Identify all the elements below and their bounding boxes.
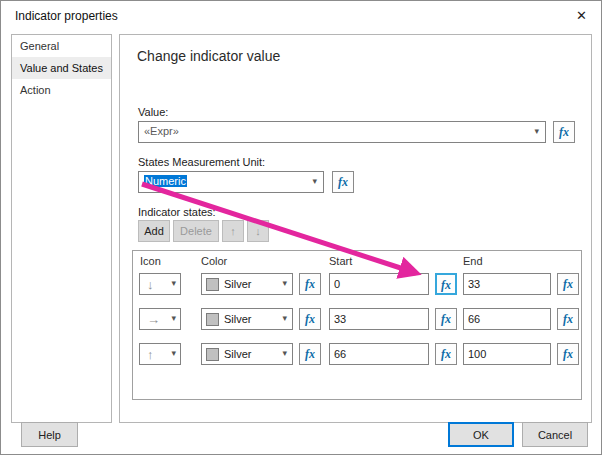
indicator-states-label: Indicator states: — [138, 206, 216, 218]
color-swatch — [206, 278, 219, 291]
fx-icon: fx — [559, 125, 569, 139]
sidebar: General Value and States Action — [11, 34, 112, 423]
column-header-color: Color — [201, 255, 227, 267]
move-up-button[interactable]: ↑ — [222, 220, 244, 242]
icon-dropdown[interactable]: → ▾ — [139, 308, 181, 330]
states-measurement-unit-label: States Measurement Unit: — [138, 156, 265, 168]
sidebar-item-general[interactable]: General — [12, 35, 111, 57]
end-fx-button[interactable]: fx — [557, 343, 579, 365]
help-button[interactable]: Help — [21, 422, 78, 447]
value-fx-button[interactable]: fx — [553, 121, 575, 143]
end-input[interactable] — [463, 308, 551, 330]
color-dropdown[interactable]: Silver ▾ — [201, 343, 293, 365]
color-fx-button[interactable]: fx — [299, 273, 321, 295]
fx-icon: fx — [441, 347, 451, 361]
color-fx-button[interactable]: fx — [299, 308, 321, 330]
color-swatch — [206, 348, 219, 361]
ok-button[interactable]: OK — [448, 422, 514, 447]
chevron-down-icon: ▾ — [282, 313, 287, 323]
unit-fx-button[interactable]: fx — [332, 171, 354, 193]
color-dropdown[interactable]: Silver ▾ — [201, 273, 293, 295]
end-fx-button[interactable]: fx — [557, 273, 579, 295]
close-icon[interactable]: ✕ — [576, 8, 587, 24]
table-row: → ▾ Silver ▾ fx fx fx — [133, 308, 581, 330]
color-fx-button[interactable]: fx — [299, 343, 321, 365]
fx-icon: fx — [441, 312, 451, 326]
indicator-properties-dialog: Indicator properties ✕ General Value and… — [0, 0, 602, 455]
table-row: ↑ ▾ Silver ▾ fx fx fx — [133, 343, 581, 365]
page-title: Change indicator value — [137, 48, 280, 64]
column-header-start: Start — [329, 255, 352, 267]
cancel-button[interactable]: Cancel — [522, 422, 588, 447]
fx-icon: fx — [305, 347, 315, 361]
chevron-down-icon: ▾ — [171, 348, 176, 358]
selected-text: Numeric — [144, 175, 187, 187]
fx-icon: fx — [563, 277, 573, 291]
color-swatch — [206, 313, 219, 326]
start-fx-button[interactable]: fx — [435, 273, 457, 295]
chevron-down-icon: ▾ — [171, 313, 176, 323]
move-down-button[interactable]: ↓ — [247, 220, 269, 242]
color-name: Silver — [224, 348, 252, 360]
up-arrow-icon: ↑ — [147, 347, 154, 362]
value-combobox-text: «Expr» — [144, 125, 179, 137]
value-combobox[interactable]: «Expr» ▾ — [138, 121, 546, 143]
chevron-down-icon: ▾ — [171, 278, 176, 288]
fx-icon: fx — [338, 175, 348, 189]
color-dropdown[interactable]: Silver ▾ — [201, 308, 293, 330]
indicator-states-table: Icon Color Start End ↓ ▾ Silver ▾ fx fx — [132, 250, 582, 400]
start-input[interactable] — [329, 308, 429, 330]
add-button[interactable]: Add — [138, 220, 170, 242]
sidebar-item-action[interactable]: Action — [12, 79, 111, 101]
sidebar-item-value-and-states[interactable]: Value and States — [12, 57, 111, 79]
chevron-down-icon: ▾ — [534, 126, 539, 136]
states-measurement-unit-combobox[interactable]: Numeric ▾ — [138, 171, 324, 193]
fx-icon: fx — [563, 312, 573, 326]
fx-icon: fx — [563, 347, 573, 361]
table-row: ↓ ▾ Silver ▾ fx fx fx — [133, 273, 581, 295]
down-arrow-icon: ↓ — [255, 225, 261, 237]
icon-dropdown[interactable]: ↑ ▾ — [139, 343, 181, 365]
start-input[interactable] — [329, 343, 429, 365]
start-fx-button[interactable]: fx — [435, 343, 457, 365]
delete-button[interactable]: Delete — [173, 220, 219, 242]
column-header-end: End — [463, 255, 483, 267]
color-name: Silver — [224, 278, 252, 290]
fx-icon: fx — [305, 277, 315, 291]
chevron-down-icon: ▾ — [312, 176, 317, 186]
value-label: Value: — [138, 106, 168, 118]
chevron-down-icon: ▾ — [282, 348, 287, 358]
unit-combobox-text: Numeric — [144, 175, 187, 187]
right-arrow-icon: → — [147, 312, 160, 327]
icon-dropdown[interactable]: ↓ ▾ — [139, 273, 181, 295]
chevron-down-icon: ▾ — [282, 278, 287, 288]
color-name: Silver — [224, 313, 252, 325]
start-input[interactable] — [329, 273, 429, 295]
up-arrow-icon: ↑ — [230, 225, 236, 237]
dialog-title: Indicator properties — [15, 9, 118, 23]
end-input[interactable] — [463, 273, 551, 295]
main-panel: Change indicator value Value: «Expr» ▾ f… — [119, 34, 592, 423]
down-arrow-icon: ↓ — [147, 277, 154, 292]
start-fx-button[interactable]: fx — [435, 308, 457, 330]
titlebar: Indicator properties ✕ — [1, 1, 601, 31]
fx-icon: fx — [441, 278, 451, 292]
fx-icon: fx — [305, 312, 315, 326]
end-fx-button[interactable]: fx — [557, 308, 579, 330]
column-header-icon: Icon — [140, 255, 161, 267]
end-input[interactable] — [463, 343, 551, 365]
